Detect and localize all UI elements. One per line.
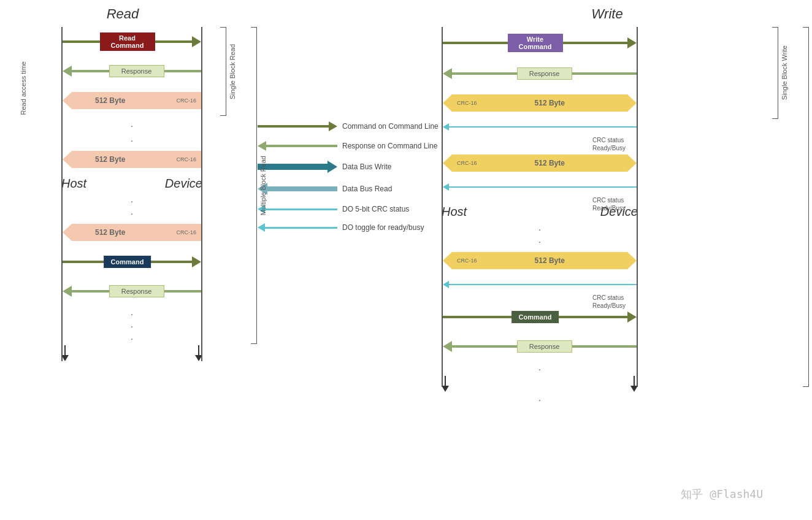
data-arrow-head-3 bbox=[63, 224, 72, 241]
response-row-1: Response bbox=[61, 56, 202, 86]
data-label-1: 512 Byte bbox=[95, 96, 125, 105]
write-response-1: Response bbox=[442, 59, 638, 88]
legend-text-crc: DO 5-bit CRC status bbox=[342, 205, 409, 213]
right-dots-1: . bbox=[442, 221, 638, 234]
write-status-3: CRC statusReady/Busy bbox=[442, 275, 638, 294]
single-block-write-label: Single Block Write bbox=[781, 45, 788, 100]
write-command-arrow-2 bbox=[627, 312, 637, 323]
legend-arrow-data-read bbox=[258, 183, 337, 195]
legend-item-data-read: Data Bus Read bbox=[258, 183, 405, 195]
right-dots-3: . bbox=[442, 361, 638, 373]
legend-item-toggle: DO toggle for ready/busy bbox=[258, 223, 405, 232]
command-block-2: Command bbox=[104, 256, 151, 268]
data-row-2: 512 Byte CRC-16 bbox=[61, 145, 202, 174]
down-arrows-right bbox=[442, 373, 638, 392]
main-container: Read ReadCommand bbox=[0, 0, 812, 520]
data-label-2: 512 Byte bbox=[95, 155, 125, 164]
read-command-row: ReadCommand bbox=[61, 27, 202, 56]
read-command-arrow-head bbox=[192, 36, 201, 47]
write-data-label-3: 512 Byte bbox=[535, 256, 565, 265]
write-response-arrow-1 bbox=[443, 68, 452, 79]
write-command-block-2: Command bbox=[511, 311, 559, 323]
write-command-row: WriteCommand bbox=[442, 27, 638, 59]
multiple-block-read-label: Multiple Block Read bbox=[259, 156, 267, 215]
data-row-3: 512 Byte CRC-16 bbox=[61, 218, 202, 247]
right-title: Write bbox=[423, 6, 791, 22]
crc-label-2: CRC-16 bbox=[176, 156, 196, 162]
single-block-read-bracket: Single Block Read bbox=[220, 27, 236, 116]
response-arrow-head-1 bbox=[63, 66, 72, 77]
legend-arrow-toggle bbox=[258, 223, 337, 232]
legend-item-response: Response on Command Line bbox=[258, 141, 405, 151]
command-arrow-head-2 bbox=[192, 256, 201, 267]
write-data-right-arrow-1 bbox=[627, 94, 637, 112]
crc-status-text-2: CRC statusReady/Busy bbox=[592, 196, 626, 212]
left-title: Read bbox=[6, 6, 239, 22]
right-dots-4: . bbox=[442, 392, 638, 404]
single-block-read-label: Single Block Read bbox=[229, 44, 236, 99]
legend-arrow-crc bbox=[258, 205, 337, 213]
device-label-left: Device bbox=[165, 177, 202, 191]
write-data-right-arrow-2 bbox=[627, 155, 637, 172]
write-status-1: CRC statusReady/Busy bbox=[442, 118, 638, 136]
legend-arrow-response bbox=[258, 141, 337, 151]
dots-2: . bbox=[61, 132, 202, 145]
legend-item-command: Command on Command Line bbox=[258, 121, 405, 131]
legend-item-crc: DO 5-bit CRC status bbox=[258, 205, 405, 213]
write-data-left-arrow-1 bbox=[443, 94, 452, 112]
write-data-1: CRC-16 512 Byte bbox=[442, 88, 638, 118]
dots-3: . bbox=[61, 193, 202, 205]
legend-text-data-write: Data Bus Write bbox=[342, 162, 391, 171]
dots-7: . bbox=[61, 331, 202, 343]
write-response-block-2: Response bbox=[517, 340, 572, 353]
legend-item-data-write: Data Bus Write bbox=[258, 161, 405, 173]
legend-arrow-data-write bbox=[258, 161, 337, 173]
read-command-block: ReadCommand bbox=[100, 32, 155, 51]
write-data-left-arrow-2 bbox=[443, 155, 452, 172]
center-legend: Command on Command Line Response on Comm… bbox=[239, 6, 423, 514]
write-data-2: CRC-16 512 Byte bbox=[442, 148, 638, 178]
legend-text-data-read: Data Bus Read bbox=[342, 185, 392, 193]
dots-5: . bbox=[61, 306, 202, 318]
dots-4: . bbox=[61, 205, 202, 218]
write-status-2: CRC statusReady/Busy bbox=[442, 178, 638, 196]
write-crc-2: CRC-16 bbox=[457, 160, 477, 166]
dots-6: . bbox=[61, 318, 202, 331]
write-response-2: Response bbox=[442, 332, 638, 361]
host-device-labels-left: Host Device bbox=[61, 174, 202, 193]
write-data-left-arrow-3 bbox=[443, 252, 452, 269]
left-diagram: Read ReadCommand bbox=[6, 6, 239, 514]
multiple-block-write-bracket: Multiple Block Write bbox=[803, 27, 812, 387]
multiple-block-read-bracket: Multiple Block Read bbox=[251, 27, 267, 344]
command-row-2: Command bbox=[61, 247, 202, 277]
write-data-3: CRC-16 512 Byte bbox=[442, 246, 638, 275]
write-command-arrow bbox=[627, 37, 637, 48]
watermark: 知乎 @Flash4U bbox=[681, 487, 763, 502]
host-label-left: Host bbox=[61, 177, 86, 191]
write-data-label-1: 512 Byte bbox=[535, 99, 565, 107]
dots-1: . bbox=[61, 115, 202, 132]
legend-text-toggle: DO toggle for ready/busy bbox=[342, 223, 424, 232]
write-command-block: WriteCommand bbox=[508, 34, 563, 52]
down-arrows-left bbox=[61, 343, 202, 361]
single-block-write-bracket: Single Block Write bbox=[772, 27, 788, 119]
write-data-label-2: 512 Byte bbox=[535, 159, 565, 167]
response-arrow-head-2 bbox=[63, 286, 72, 297]
data-arrow-head-2 bbox=[63, 151, 72, 168]
write-crc-1: CRC-16 bbox=[457, 100, 477, 106]
response-block-2: Response bbox=[109, 285, 164, 297]
right-diagram: Write WriteCommand bbox=[423, 6, 791, 514]
data-row-1: 512 Byte CRC-16 bbox=[61, 86, 202, 115]
response-row-2: Response bbox=[61, 277, 202, 306]
legend-arrow-command bbox=[258, 121, 337, 131]
read-access-time-label: Read access time bbox=[20, 58, 27, 119]
write-response-block-1: Response bbox=[517, 67, 572, 80]
write-response-arrow-2 bbox=[443, 341, 452, 352]
right-dots-2: . bbox=[442, 234, 638, 246]
crc-label-3: CRC-16 bbox=[176, 229, 196, 235]
response-block-1: Response bbox=[109, 65, 164, 77]
write-data-right-arrow-3 bbox=[627, 252, 637, 269]
crc-label-1: CRC-16 bbox=[176, 98, 196, 104]
data-label-3: 512 Byte bbox=[95, 228, 125, 237]
write-command-2: Command bbox=[442, 302, 638, 332]
